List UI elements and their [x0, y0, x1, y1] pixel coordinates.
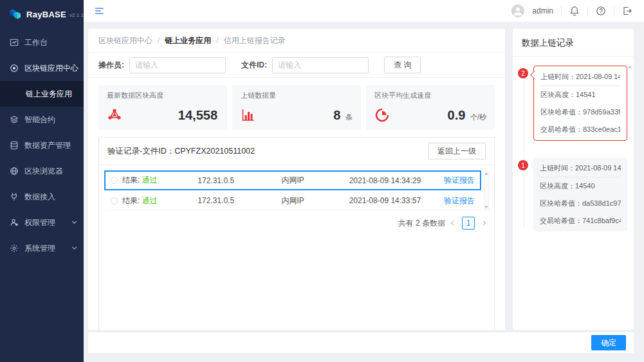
- breadcrumb-separator: /: [158, 36, 160, 45]
- table-scrollbar[interactable]: [484, 170, 489, 210]
- table-row[interactable]: 结果: 通过 172.31.0.5 内网IP 2021-08-09 14:33:…: [104, 190, 481, 210]
- verification-title: 验证记录-文件ID：CPYFZX20210511002: [107, 146, 255, 157]
- sidebar-item-label: 区块浏览器: [24, 166, 63, 177]
- dashboard-icon: [10, 38, 19, 47]
- stat-card-data-volume: 上链数据量 8 条: [232, 85, 361, 130]
- row-radio[interactable]: [111, 177, 118, 184]
- breadcrumb: 区块链应用中心 / 链上业务应用 / 信用上链报告记录: [88, 29, 505, 53]
- bar-chart-icon: [241, 107, 256, 123]
- sidebar-item-label: 数据资产管理: [24, 140, 71, 151]
- footer-bar: 确定: [88, 332, 634, 353]
- record-field: 上链时间：2021-08-09 14:34:29: [540, 68, 620, 86]
- verification-table: 验证记录-文件ID：CPYFZX20210511002 返回上一级 结果: 通过…: [98, 137, 495, 330]
- report-panel: 区块链应用中心 / 链上业务应用 / 信用上链报告记录 操作员: 文件ID: 查…: [88, 29, 505, 330]
- stat-card-block-speed: 区块平均生成速度 0.9 个/秒: [366, 85, 495, 130]
- breadcrumb-separator: /: [216, 36, 218, 45]
- explorer-icon: [10, 167, 19, 176]
- sidebar-item-permission[interactable]: 权限管理: [0, 210, 84, 235]
- bell-icon[interactable]: [569, 6, 580, 16]
- stat-cards: 最新数据区块高度 14,558 上链数据量: [98, 85, 495, 130]
- panel-scroll-up-icon[interactable]: [628, 66, 632, 68]
- avatar[interactable]: [511, 5, 524, 17]
- content: 区块链应用中心 / 链上业务应用 / 信用上链报告记录 操作员: 文件ID: 查…: [84, 23, 644, 362]
- chain-records-title: 数据上链记录: [513, 29, 634, 57]
- search-button[interactable]: 查 询: [384, 57, 421, 73]
- record-field: 交易哈希值：741c8baf9c4ded4621...: [540, 212, 621, 230]
- breadcrumb-item[interactable]: 链上业务应用: [165, 35, 211, 46]
- page-number[interactable]: 1: [462, 217, 475, 230]
- chevron-down-icon: [72, 219, 77, 224]
- app-root: RayBASE v2.1.1 工作台 区块链应用中心 链上: [0, 0, 644, 362]
- divider: [614, 6, 614, 15]
- record-field: 区块哈希值：978d59a33f580b5f26...: [540, 104, 620, 121]
- logo-cubes-icon: [8, 8, 23, 21]
- stat-value: 14,558: [178, 108, 219, 123]
- stat-label: 最新数据区块高度: [107, 91, 219, 100]
- sidebar-item-data-asset[interactable]: 数据资产管理: [0, 132, 84, 158]
- record-index-badge: 1: [518, 160, 528, 170]
- sidebar-item-label: 工作台: [24, 37, 48, 48]
- breadcrumb-item[interactable]: 区块链应用中心: [98, 35, 152, 46]
- sidebar-item-label: 权限管理: [24, 217, 55, 228]
- sidebar: RayBASE v2.1.1 工作台 区块链应用中心 链上: [0, 0, 84, 362]
- sidebar-item-data-access[interactable]: 数据接入: [0, 184, 84, 210]
- prev-page-icon[interactable]: [451, 221, 456, 226]
- database-icon: [10, 141, 19, 150]
- pagination: 共有 2 条数据 1: [99, 210, 494, 236]
- sidebar-item-block-explorer[interactable]: 区块浏览器: [0, 158, 84, 184]
- time-cell: 2021-08-09 14:33:57: [331, 196, 439, 205]
- stat-label: 上链数据量: [241, 91, 353, 100]
- operator-input[interactable]: [129, 57, 226, 73]
- row-radio[interactable]: [111, 197, 118, 204]
- username[interactable]: admin: [532, 6, 553, 15]
- blockchain-icon: [10, 64, 19, 73]
- scroll-up-icon[interactable]: [484, 172, 488, 175]
- chain-records-panel: 数据上链记录 2 上链时间：2021-08-09 14:34:29 区块高度：1…: [513, 29, 634, 330]
- scroll-down-icon[interactable]: [484, 206, 488, 208]
- record-field: 区块高度：14540: [540, 177, 621, 195]
- speed-icon: [374, 107, 390, 123]
- verification-rows: 结果: 通过 172.31.0.5 内网IP 2021-08-09 14:34:…: [104, 170, 489, 210]
- app-name: RayBASE: [26, 10, 66, 19]
- chain-record[interactable]: 1 上链时间：2021-08-09 14:33:57 区块高度：14540 区块…: [533, 158, 627, 231]
- pagination-total: 共有 2 条数据: [398, 218, 445, 229]
- record-field: 交易哈希值：833ce0eac10d1d233...: [540, 121, 620, 138]
- sidebar-menu: 工作台 区块链应用中心 链上业务应用 智能合约: [0, 30, 84, 261]
- divider: [561, 6, 562, 15]
- verify-report-link[interactable]: 验证报告: [439, 175, 480, 186]
- sidebar-item-smart-contract[interactable]: 智能合约: [0, 107, 84, 132]
- table-row[interactable]: 结果: 通过 172.31.0.5 内网IP 2021-08-09 14:34:…: [104, 170, 481, 190]
- ip-cell: 172.31.0.5: [178, 176, 254, 185]
- next-page-icon[interactable]: [481, 221, 486, 226]
- stat-card-block-height: 最新数据区块高度 14,558: [98, 85, 227, 130]
- topbar: admin: [84, 0, 644, 23]
- sidebar-item-workbench[interactable]: 工作台: [0, 30, 84, 55]
- app-logo: RayBASE v2.1.1: [0, 0, 84, 30]
- stat-value: 8 条: [333, 108, 353, 123]
- logout-icon[interactable]: [622, 6, 632, 16]
- operator-label: 操作员:: [98, 60, 124, 71]
- settings-icon: [10, 244, 19, 253]
- sidebar-collapse-icon[interactable]: [95, 8, 104, 14]
- chain-records-timeline: 2 上链时间：2021-08-09 14:34:29 区块高度：14541 区块…: [513, 57, 634, 330]
- sidebar-item-label: 智能合约: [24, 114, 55, 125]
- chevron-down-icon: [72, 245, 77, 249]
- back-button[interactable]: 返回上一级: [428, 143, 486, 159]
- stat-label: 区块平均生成速度: [374, 91, 486, 100]
- sidebar-item-system[interactable]: 系统管理: [0, 235, 84, 261]
- verify-report-link[interactable]: 验证报告: [439, 195, 480, 206]
- help-icon[interactable]: [596, 6, 606, 16]
- chain-record[interactable]: 2 上链时间：2021-08-09 14:34:29 区块高度：14541 区块…: [533, 66, 627, 141]
- permission-icon: [10, 218, 19, 227]
- confirm-button[interactable]: 确定: [591, 335, 626, 350]
- sidebar-item-label: 链上业务应用: [26, 89, 72, 100]
- network-cell: 内网IP: [254, 175, 331, 186]
- result-cell: 结果: 通过: [122, 195, 178, 206]
- sidebar-item-blockchain-center[interactable]: 区块链应用中心: [0, 55, 84, 81]
- stat-value: 0.9 个/秒: [448, 108, 486, 123]
- file-id-input[interactable]: [272, 57, 369, 73]
- network-cell: 内网IP: [254, 195, 331, 206]
- file-id-label: 文件ID:: [241, 60, 267, 71]
- sidebar-item-label: 系统管理: [24, 243, 55, 254]
- sidebar-item-onchain-business[interactable]: 链上业务应用: [0, 81, 84, 107]
